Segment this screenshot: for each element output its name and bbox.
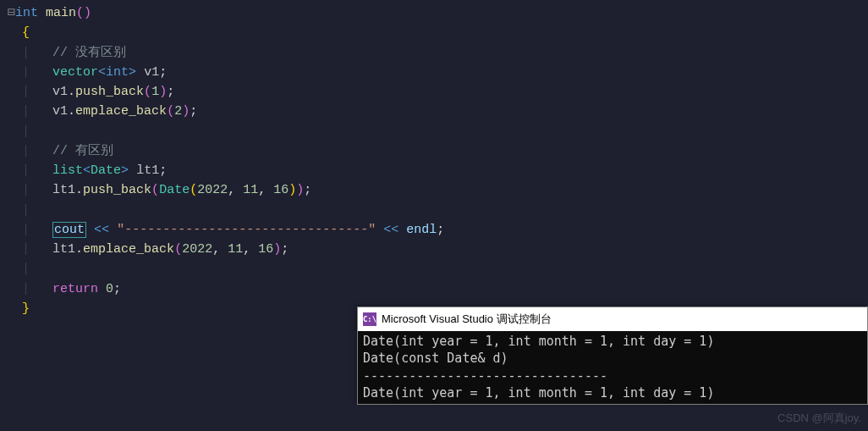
console-output[interactable]: Date(int year = 1, int month = 1, int da…: [358, 331, 867, 404]
console-title: Microsoft Visual Studio 调试控制台: [382, 312, 552, 327]
number: 11: [243, 183, 258, 197]
type-keyword: int: [15, 6, 38, 20]
code-line[interactable]: | return 0;: [7, 279, 861, 299]
angle-bracket: <: [98, 65, 106, 80]
string-literal: "--------------------------------": [117, 223, 376, 237]
code-line[interactable]: | // 有区别: [7, 141, 861, 161]
code-line[interactable]: | // 没有区别: [7, 43, 861, 63]
console-line: --------------------------------: [363, 367, 862, 384]
debug-console-window[interactable]: C:\ Microsoft Visual Studio 调试控制台 Date(i…: [357, 307, 868, 405]
function-name: main: [46, 6, 76, 20]
elem-type: int: [106, 65, 129, 80]
code-line[interactable]: | v1.emplace_back(2);: [7, 102, 861, 121]
stream-op: <<: [94, 223, 109, 237]
fold-collapse-icon[interactable]: ⊟: [7, 3, 15, 23]
code-line[interactable]: | lt1.push_back(Date(2022, 11, 16));: [7, 180, 861, 200]
ctor: Date: [159, 183, 190, 197]
comment: // 没有区别: [52, 46, 126, 60]
watermark: CSDN @阿真joy.: [777, 411, 861, 426]
angle-bracket: >: [121, 163, 129, 178]
console-titlebar[interactable]: C:\ Microsoft Visual Studio 调试控制台: [358, 307, 867, 331]
method: emplace_back: [75, 104, 167, 119]
number: 16: [258, 242, 273, 257]
number: 11: [228, 242, 243, 257]
number: 2: [174, 104, 182, 119]
method: emplace_back: [83, 242, 174, 257]
object: v1: [52, 85, 68, 99]
close-brace: }: [22, 301, 30, 316]
container-type: list: [52, 163, 83, 178]
code-line[interactable]: | cout << "-----------------------------…: [7, 220, 861, 240]
comment: // 有区别: [52, 144, 113, 158]
code-line[interactable]: | vector<int> v1;: [7, 63, 861, 82]
endl: endl: [406, 223, 437, 237]
blank-line[interactable]: |: [7, 259, 861, 279]
number: 0: [106, 282, 113, 296]
open-brace: {: [22, 25, 30, 40]
angle-bracket: <: [83, 163, 91, 178]
object: lt1: [52, 242, 75, 257]
code-line[interactable]: {: [7, 23, 861, 42]
method: push_back: [83, 183, 151, 197]
return-keyword: return: [52, 282, 98, 296]
code-editor[interactable]: ⊟int main() { | // 没有区别 | vector<int> v1…: [0, 0, 868, 322]
number: 2022: [182, 242, 212, 257]
paren: (): [76, 6, 91, 20]
container-type: vector: [52, 65, 98, 80]
number: 1: [151, 85, 159, 99]
selection-highlight: cout: [52, 222, 86, 238]
number: 2022: [197, 183, 228, 197]
object: v1: [52, 104, 68, 119]
code-line[interactable]: | lt1.emplace_back(2022, 11, 16);: [7, 240, 861, 259]
object: lt1: [52, 183, 75, 197]
console-line: Date(int year = 1, int month = 1, int da…: [363, 384, 862, 401]
console-line: Date(const Date& d): [363, 350, 862, 367]
code-line[interactable]: | v1.push_back(1);: [7, 82, 861, 102]
code-line[interactable]: | list<Date> lt1;: [7, 161, 861, 180]
method: push_back: [75, 85, 144, 99]
code-line[interactable]: ⊟int main(): [7, 3, 861, 23]
blank-line[interactable]: |: [7, 201, 861, 220]
number: 16: [273, 183, 288, 197]
angle-bracket: >: [129, 65, 136, 80]
stream: cout: [54, 223, 85, 237]
console-line: Date(int year = 1, int month = 1, int da…: [363, 333, 862, 350]
blank-line[interactable]: |: [7, 122, 861, 141]
variable: lt1: [136, 163, 159, 178]
elem-type: Date: [91, 163, 121, 178]
stream-op: <<: [383, 223, 398, 237]
console-icon: C:\: [363, 312, 376, 326]
variable: v1: [144, 65, 159, 80]
